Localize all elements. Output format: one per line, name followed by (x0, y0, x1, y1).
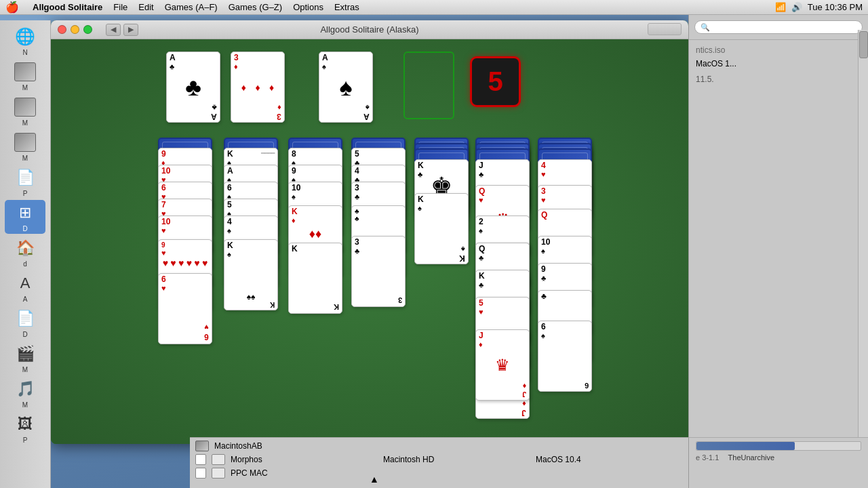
sidebar: 🌐 N M M M 📄 P ⊞ D 🏠 d A A 📄 D � (0, 20, 51, 488)
music-icon: 🎵 (14, 378, 36, 400)
macos-version: 11.5. (689, 70, 868, 88)
photo-icon: 🖼 (14, 413, 36, 435)
sidebar-item-2[interactable]: M (5, 94, 45, 128)
disk-icon-2 (14, 96, 36, 118)
house-icon: 🏠 (14, 237, 36, 259)
back-button[interactable]: ◀ (106, 24, 121, 36)
scroll-up-arrow[interactable]: ▲ (370, 474, 379, 485)
window-controls (58, 25, 92, 34)
file-list: ntics.iso MacOS 1... 11.5. (689, 40, 868, 92)
foundation-3[interactable]: A♠ ♠ A♠ (319, 52, 373, 123)
forward-button[interactable]: ▶ (123, 24, 138, 36)
row-os-morphos: MacOS 10.4 (536, 455, 683, 464)
macos-item[interactable]: MacOS 1... (689, 57, 868, 70)
empty-foundation-slot[interactable] (403, 52, 454, 119)
apple-menu[interactable]: 🍎 (5, 1, 19, 14)
sidebar-item-3[interactable]: M (5, 129, 45, 163)
font-icon: A (14, 272, 36, 294)
card-jd2[interactable]: J♦ ♛ J♦ (475, 329, 530, 401)
foundation-1[interactable]: A♣ ♣ A♣ (166, 52, 220, 123)
score-badge: 5 (470, 56, 521, 107)
disk-icon-3 (14, 131, 36, 153)
menubar-extras[interactable]: Extras (329, 0, 365, 15)
sidebar-item-5[interactable]: ⊞ D (5, 200, 45, 234)
sidebar-item-9[interactable]: 🎬 M (5, 341, 45, 375)
foundation-2[interactable]: 3♦ ♦♦♦ 3♦ (231, 52, 285, 123)
search-bar-area: 🔍 (689, 15, 868, 40)
wifi-icon[interactable]: 📶 (775, 2, 786, 12)
app-label: TheUnarchive (728, 453, 774, 462)
row-name-ppcmac: PPC MAC (231, 468, 378, 478)
window-resize-control[interactable] (648, 23, 682, 35)
file-list-header: ntics.iso (689, 43, 868, 57)
right-panel-scrollbar[interactable] (858, 30, 868, 488)
volume-icon[interactable]: 🔊 (791, 2, 802, 12)
search-container[interactable]: 🔍 (694, 20, 863, 34)
window-titlebar: ◀ ▶ Allgood Solitaire (Alaska) (51, 20, 688, 39)
card-k-bottom[interactable]: K K (288, 243, 342, 314)
row-icon-morphos (212, 454, 225, 465)
card-6s-bot[interactable]: 6♠ 6 (538, 321, 592, 392)
doc2-icon: 📄 (14, 308, 36, 329)
card-k-face[interactable]: K♠ K♠ (414, 193, 469, 264)
sidebar-item-8[interactable]: 📄 D (5, 306, 45, 340)
maximize-button[interactable] (83, 25, 92, 34)
sidebar-item-4[interactable]: 📄 P (5, 165, 45, 199)
film-icon: 🎬 (14, 343, 36, 365)
card-3c-bot[interactable]: 3♣ 3 (351, 236, 406, 307)
grid-icon: ⊞ (14, 202, 36, 224)
row-icon-macintos (195, 441, 209, 451)
app-window: ◀ ▶ Allgood Solitaire (Alaska) A♣ ♣ A♣ 3… (51, 20, 688, 444)
sidebar-item-10[interactable]: 🎵 M (5, 376, 45, 410)
table-row-macintos[interactable]: MacintoshAB (190, 439, 688, 453)
right-panel: 🔍 ntics.iso MacOS 1... 11.5. (688, 15, 868, 488)
card-6h-bot[interactable]: 6♥ 6♥ (158, 273, 212, 344)
menubar-app-name[interactable]: Allgood Solitaire (27, 0, 108, 15)
row-checkbox-morphos[interactable] (195, 454, 206, 465)
disk-icon-1 (14, 61, 36, 83)
globe-icon: 🌐 (14, 26, 36, 47)
menubar-games-gz[interactable]: Games (G–Z) (223, 0, 288, 15)
menubar-options[interactable]: Options (288, 0, 329, 15)
menubar-right-area: 📶 🔊 Tue 10:36 PM (775, 2, 863, 12)
doc-icon: 📄 (14, 167, 36, 188)
row-name-macintos: MacintoshAB (214, 441, 683, 451)
menubar: 🍎 Allgood Solitaire File Edit Games (A–F… (0, 0, 868, 15)
version-label: e 3-1.1 (696, 453, 719, 462)
close-button[interactable] (58, 25, 66, 34)
scrollbar-thumb[interactable] (859, 31, 868, 58)
menubar-edit[interactable]: Edit (133, 0, 159, 15)
right-panel-bottom: e 3-1.1 TheUnarchive (688, 437, 868, 488)
game-area[interactable]: A♣ ♣ A♣ 3♦ ♦♦♦ 3♦ A♠ ♠ A♠ (51, 39, 688, 444)
window-nav: ◀ ▶ (106, 24, 138, 36)
search-icon: 🔍 (701, 23, 710, 32)
file-table: MacintoshAB Morphos Macintosh HD MacOS 1… (190, 438, 688, 481)
sidebar-item-6[interactable]: 🏠 d (5, 235, 45, 269)
card-ks-bot[interactable]: K♠ ♠♠ K (224, 239, 278, 310)
row-volume-morphos: Macintosh HD (383, 455, 530, 464)
row-checkbox-ppcmac[interactable] (195, 468, 206, 479)
table-row-morphos[interactable]: Morphos Macintosh HD MacOS 10.4 (190, 453, 688, 466)
right-panel-footer: e 3-1.1 TheUnarchive (689, 438, 868, 466)
progress-fill (696, 442, 795, 450)
bottom-panel: MacintoshAB Morphos Macintosh HD MacOS 1… (190, 437, 688, 488)
minimize-button[interactable] (71, 25, 79, 34)
row-icon-ppcmac (212, 468, 225, 479)
menubar-clock: Tue 10:36 PM (808, 2, 863, 12)
sidebar-item-7[interactable]: A A (5, 270, 45, 304)
menubar-games-af[interactable]: Games (A–F) (159, 0, 223, 15)
menubar-file[interactable]: File (108, 0, 133, 15)
row-name-morphos: Morphos (231, 455, 378, 464)
table-row-ppcmac[interactable]: PPC MAC (190, 466, 688, 480)
progress-bar (696, 441, 861, 451)
sidebar-item-11[interactable]: 🖼 P (5, 411, 45, 445)
sidebar-item-0[interactable]: 🌐 N (5, 24, 45, 58)
window-title: Allgood Solitaire (Alaska) (320, 24, 418, 35)
sidebar-item-1[interactable]: M (5, 59, 45, 93)
